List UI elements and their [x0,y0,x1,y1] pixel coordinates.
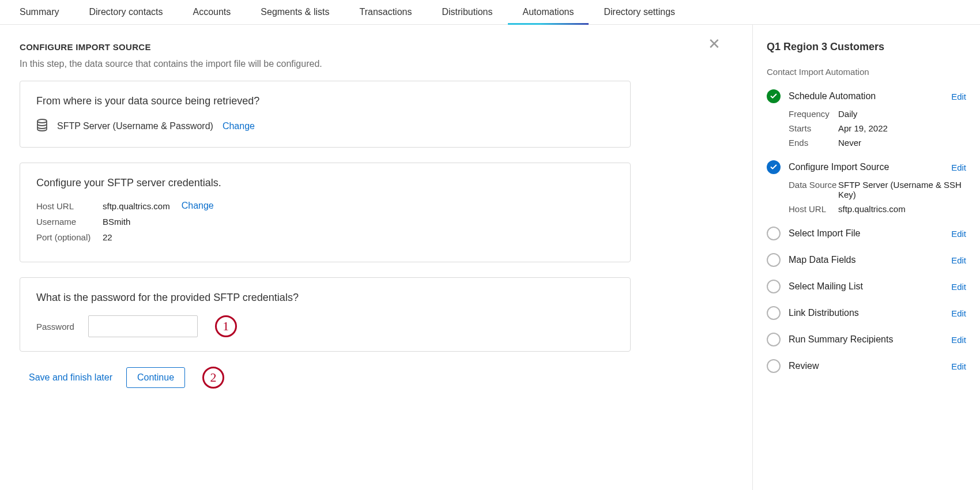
svg-point-0 [37,119,47,123]
circle-icon [767,333,781,346]
circle-icon [767,253,781,267]
step-link-distributions: Link Distributions Edit [767,306,966,320]
edit-link[interactable]: Edit [951,229,966,239]
detail-key: Starts [789,123,838,133]
step-configure-import-source: Configure Import Source Edit Data Source… [767,160,966,214]
step-schedule-automation: Schedule Automation Edit FrequencyDaily … [767,89,966,148]
password-label: Password [36,322,74,331]
top-nav: Summary Directory contacts Accounts Segm… [0,0,980,25]
change-host-link[interactable]: Change [182,201,214,211]
nav-transactions[interactable]: Transactions [344,7,427,24]
nav-accounts[interactable]: Accounts [178,7,246,24]
annotation-1: 1 [215,315,237,337]
port-value: 22 [103,232,112,242]
nav-distributions[interactable]: Distributions [427,7,507,24]
detail-key: Frequency [789,109,838,119]
host-url-label: Host URL [36,201,103,211]
step-title: Link Distributions [789,308,943,318]
nav-summary[interactable]: Summary [20,7,74,24]
edit-link[interactable]: Edit [951,255,966,265]
detail-value: Never [838,138,966,148]
page-title: CONFIGURE IMPORT SOURCE [20,42,733,52]
row-host-url: Host URL sftp.qualtrics.com Change [36,201,614,211]
detail-key: Ends [789,138,838,148]
step-select-mailing-list: Select Mailing List Edit [767,280,966,293]
edit-link[interactable]: Edit [951,92,966,101]
username-label: Username [36,217,103,227]
page-description: In this step, the data source that conta… [20,59,733,69]
detail-value: Daily [838,109,966,119]
step-title: Review [789,361,943,371]
check-icon [767,89,781,103]
database-icon [36,119,48,133]
step-title: Run Summary Recipients [789,334,943,345]
card-sftp-title: Configure your SFTP server credentials. [36,177,614,189]
sidebar-subtitle: Contact Import Automation [767,67,966,77]
main-panel: ✕ CONFIGURE IMPORT SOURCE In this step, … [0,25,752,490]
continue-button[interactable]: Continue [126,367,185,388]
data-source-value: SFTP Server (Username & Password) [57,121,213,131]
detail-value: sftp.qualtrics.com [838,204,966,214]
close-icon[interactable]: ✕ [708,36,721,51]
circle-icon [767,227,781,240]
circle-icon [767,306,781,320]
detail-key: Host URL [789,204,838,214]
step-title: Map Data Fields [789,255,943,265]
check-icon [767,160,781,174]
step-title: Select Mailing List [789,281,943,292]
sidebar: Q1 Region 3 Customers Contact Import Aut… [752,25,980,490]
save-finish-later-link[interactable]: Save and finish later [29,372,112,383]
change-source-link[interactable]: Change [223,121,255,131]
circle-icon [767,359,781,373]
edit-link[interactable]: Edit [951,308,966,318]
nav-directory-settings[interactable]: Directory settings [589,7,690,24]
nav-segments-lists[interactable]: Segments & lists [246,7,344,24]
port-label: Port (optional) [36,232,103,242]
password-input[interactable] [88,315,198,337]
row-username: Username BSmith [36,217,614,227]
sidebar-title: Q1 Region 3 Customers [767,41,966,53]
step-select-import-file: Select Import File Edit [767,227,966,240]
detail-value: Apr 19, 2022 [838,123,966,133]
card-password-title: What is the password for the provided SF… [36,292,614,304]
circle-icon [767,280,781,293]
card-data-source-title: From where is your data source being ret… [36,95,614,107]
nav-automations[interactable]: Automations [508,7,589,24]
step-title: Select Import File [789,228,943,239]
annotation-2: 2 [202,367,224,389]
step-map-data-fields: Map Data Fields Edit [767,253,966,267]
detail-value: SFTP Server (Username & SSH Key) [838,180,966,199]
step-title: Configure Import Source [789,162,943,172]
step-review: Review Edit [767,359,966,373]
username-value: BSmith [103,217,130,227]
step-run-summary-recipients: Run Summary Recipients Edit [767,333,966,346]
host-url-value: sftp.qualtrics.com [103,201,170,211]
edit-link[interactable]: Edit [951,282,966,292]
detail-key: Data Source [789,180,838,199]
nav-directory-contacts[interactable]: Directory contacts [74,7,178,24]
step-title: Schedule Automation [789,91,943,101]
card-password: What is the password for the provided SF… [20,277,631,352]
edit-link[interactable]: Edit [951,335,966,345]
edit-link[interactable]: Edit [951,163,966,172]
edit-link[interactable]: Edit [951,361,966,371]
card-sftp-credentials: Configure your SFTP server credentials. … [20,163,631,262]
card-data-source: From where is your data source being ret… [20,81,631,148]
row-port: Port (optional) 22 [36,232,614,242]
